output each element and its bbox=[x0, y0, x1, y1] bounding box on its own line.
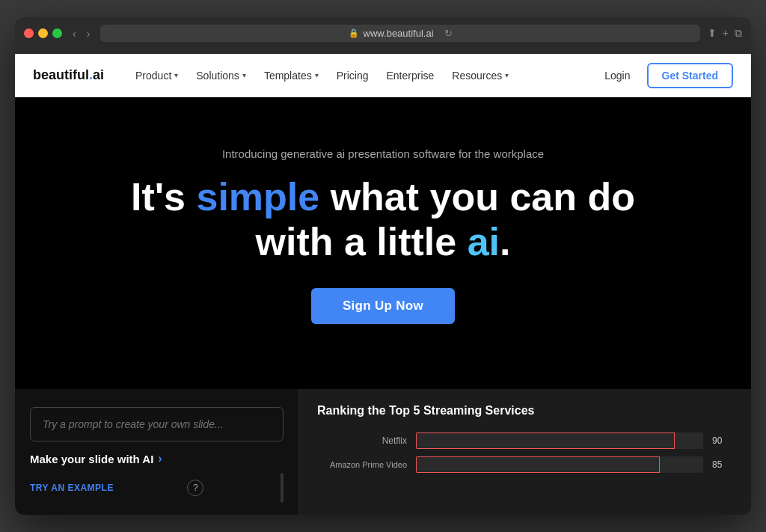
make-slide-label: Make your slide with AI bbox=[30, 453, 153, 465]
logo-ai: ai bbox=[93, 67, 104, 82]
nav-pricing[interactable]: Pricing bbox=[329, 65, 376, 86]
chart-label-amazon: Amazon Prime Video bbox=[317, 460, 407, 469]
nav-templates[interactable]: Templates ▾ bbox=[257, 65, 326, 86]
hero-section: Introducing generative ai presentation s… bbox=[15, 97, 751, 389]
new-tab-button[interactable]: + bbox=[723, 27, 729, 40]
nav-product[interactable]: Product ▾ bbox=[128, 65, 186, 86]
chart-panel: Ranking the Top 5 Streaming Services Net… bbox=[299, 389, 751, 515]
nav-resources[interactable]: Resources ▾ bbox=[444, 65, 516, 86]
nav-links: Product ▾ Solutions ▾ Templates ▾ Pricin… bbox=[128, 65, 597, 86]
share-button[interactable]: ⬆ bbox=[708, 27, 717, 40]
make-slide-link[interactable]: Make your slide with AI › bbox=[30, 452, 284, 465]
minimize-button[interactable] bbox=[38, 28, 48, 38]
hero-highlight-simple: simple bbox=[196, 175, 319, 218]
nav-enterprise-label: Enterprise bbox=[386, 70, 434, 82]
help-icon[interactable]: ? bbox=[187, 480, 203, 496]
nav-resources-label: Resources bbox=[452, 70, 502, 82]
get-started-button[interactable]: Get Started bbox=[647, 63, 733, 88]
logo-text: beautiful bbox=[33, 67, 89, 82]
bottom-section: Make your slide with AI › TRY AN EXAMPLE… bbox=[15, 389, 751, 515]
lock-icon: 🔒 bbox=[349, 28, 359, 38]
chart-bar-container-amazon bbox=[416, 456, 703, 473]
try-example-button[interactable]: TRY AN EXAMPLE bbox=[30, 483, 114, 493]
chart-bar-amazon bbox=[416, 456, 660, 473]
nav-solutions[interactable]: Solutions ▾ bbox=[189, 65, 254, 86]
traffic-lights bbox=[24, 28, 62, 38]
chart-bar-netflix bbox=[416, 432, 675, 449]
signup-button[interactable]: Sign Up Now bbox=[311, 288, 455, 324]
address-bar[interactable]: 🔒 www.beautiful.ai ↻ bbox=[100, 25, 699, 42]
try-example-row: TRY AN EXAMPLE ? bbox=[30, 473, 284, 503]
nav-actions: Login Get Started bbox=[597, 63, 733, 88]
prompt-input[interactable] bbox=[30, 407, 284, 441]
chevron-down-icon: ▾ bbox=[315, 71, 319, 79]
chart-title: Ranking the Top 5 Streaming Services bbox=[317, 404, 733, 418]
nav-solutions-label: Solutions bbox=[196, 70, 239, 82]
chevron-down-icon: ▾ bbox=[242, 71, 246, 79]
chart-bar-container-netflix bbox=[416, 432, 703, 449]
logo[interactable]: beautiful.ai bbox=[33, 67, 104, 83]
nav-pricing-label: Pricing bbox=[337, 70, 369, 82]
tabs-button[interactable]: ⧉ bbox=[735, 27, 742, 40]
maximize-button[interactable] bbox=[52, 28, 62, 38]
scroll-indicator bbox=[281, 473, 284, 503]
prompt-panel: Make your slide with AI › TRY AN EXAMPLE… bbox=[15, 389, 299, 515]
forward-button[interactable]: › bbox=[84, 26, 94, 41]
url-text: www.beautiful.ai bbox=[364, 28, 434, 39]
nav-enterprise[interactable]: Enterprise bbox=[379, 65, 441, 86]
navbar: beautiful.ai Product ▾ Solutions ▾ Templ… bbox=[15, 54, 751, 97]
hero-title: It's simple what you can do with a littl… bbox=[102, 175, 664, 265]
hero-title-prefix: It's bbox=[131, 175, 197, 218]
chevron-down-icon: ▾ bbox=[174, 71, 178, 79]
chevron-down-icon: ▾ bbox=[505, 71, 509, 79]
hero-title-suffix: . bbox=[500, 220, 510, 263]
reload-button[interactable]: ↻ bbox=[444, 28, 453, 39]
chart-row-netflix: Netflix 90 bbox=[317, 432, 733, 449]
nav-templates-label: Templates bbox=[264, 70, 312, 82]
arrow-right-icon: › bbox=[158, 452, 162, 465]
chart-row-amazon: Amazon Prime Video 85 bbox=[317, 456, 733, 473]
chart-label-netflix: Netflix bbox=[317, 435, 407, 446]
browser-chrome: ‹ › 🔒 www.beautiful.ai ↻ ⬆ + ⧉ bbox=[15, 17, 751, 54]
hero-subtitle: Introducing generative ai presentation s… bbox=[222, 147, 544, 160]
chart-value-netflix: 90 bbox=[712, 435, 733, 446]
nav-product-label: Product bbox=[135, 70, 171, 82]
close-button[interactable] bbox=[24, 28, 34, 38]
browser-window: ‹ › 🔒 www.beautiful.ai ↻ ⬆ + ⧉ beautiful… bbox=[15, 17, 751, 515]
chart-value-amazon: 85 bbox=[712, 459, 733, 470]
login-button[interactable]: Login bbox=[597, 65, 637, 86]
hero-highlight-ai: ai bbox=[468, 220, 500, 263]
back-button[interactable]: ‹ bbox=[70, 26, 79, 41]
browser-actions: ⬆ + ⧉ bbox=[708, 27, 742, 40]
browser-navigation: ‹ › bbox=[70, 26, 93, 41]
